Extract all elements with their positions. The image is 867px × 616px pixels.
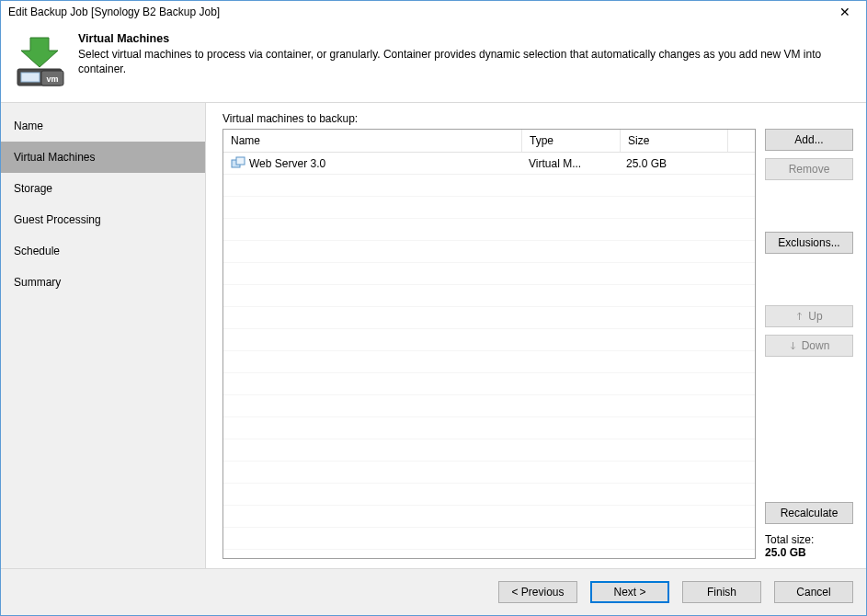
sidebar-item-name[interactable]: Name — [1, 110, 205, 142]
svg-rect-6 — [236, 157, 245, 165]
vm-row-icon — [231, 156, 245, 171]
svg-rect-2 — [21, 73, 40, 82]
svg-marker-0 — [21, 38, 58, 67]
up-button[interactable]: 🡑Up — [765, 305, 853, 327]
down-button-label: Down — [802, 339, 830, 352]
table-header: Name Type Size — [223, 130, 755, 153]
vm-table[interactable]: Name Type Size — [222, 129, 756, 559]
banner: vm Virtual Machines Select virtual machi… — [1, 23, 866, 103]
content-row: Name Type Size — [222, 129, 853, 559]
footer: < Previous Next > Finish Cancel — [1, 569, 866, 615]
total-size-value: 25.0 GB — [765, 546, 853, 559]
previous-button[interactable]: < Previous — [498, 581, 577, 603]
virtual-machines-icon: vm — [12, 34, 67, 89]
total-size-block: Total size: 25.0 GB — [765, 533, 853, 559]
total-size-label: Total size: — [765, 533, 853, 546]
recalculate-button[interactable]: Recalculate — [765, 502, 853, 524]
dialog-window: Edit Backup Job [Synology B2 Backup Job]… — [0, 0, 867, 616]
arrow-up-icon: 🡑 — [795, 312, 804, 322]
banner-subheading: Select virtual machines to process via c… — [78, 47, 855, 76]
finish-button[interactable]: Finish — [682, 581, 761, 603]
column-header-type[interactable]: Type — [522, 130, 621, 152]
cell-name: Web Server 3.0 — [223, 156, 521, 171]
cell-name-text: Web Server 3.0 — [249, 157, 325, 170]
column-header-size[interactable]: Size — [621, 130, 728, 152]
sidebar-item-summary[interactable]: Summary — [1, 267, 205, 298]
remove-button[interactable]: Remove — [765, 158, 853, 180]
banner-heading: Virtual Machines — [78, 32, 855, 45]
sidebar-item-virtual-machines[interactable]: Virtual Machines — [1, 142, 205, 173]
down-button[interactable]: 🡓Down — [765, 335, 853, 357]
main-panel: Virtual machines to backup: Name Type Si… — [206, 103, 866, 568]
column-header-name[interactable]: Name — [223, 130, 522, 152]
arrow-down-icon: 🡓 — [789, 341, 798, 351]
sidebar-item-guest-processing[interactable]: Guest Processing — [1, 204, 205, 235]
table-background — [223, 153, 755, 558]
body: Name Virtual Machines Storage Guest Proc… — [1, 103, 866, 569]
side-button-column: Add... Remove Exclusions... 🡑Up 🡓Down Re… — [765, 129, 853, 559]
sidebar-item-schedule[interactable]: Schedule — [1, 235, 205, 267]
column-header-spacer — [728, 130, 755, 152]
exclusions-button[interactable]: Exclusions... — [765, 232, 853, 254]
banner-text-wrap: Virtual Machines Select virtual machines… — [78, 32, 855, 76]
up-button-label: Up — [808, 310, 822, 323]
window-title: Edit Backup Job [Synology B2 Backup Job] — [8, 6, 220, 18]
add-button[interactable]: Add... — [765, 129, 853, 151]
sidebar-item-storage[interactable]: Storage — [1, 173, 205, 204]
wizard-sidebar: Name Virtual Machines Storage Guest Proc… — [1, 103, 206, 568]
cell-size: 25.0 GB — [619, 157, 725, 170]
next-button[interactable]: Next > — [590, 581, 669, 603]
table-body: Web Server 3.0 Virtual M... 25.0 GB — [223, 153, 755, 558]
close-icon[interactable]: ✕ — [829, 3, 861, 21]
list-label: Virtual machines to backup: — [222, 112, 853, 125]
cell-type: Virtual M... — [521, 157, 619, 170]
table-row[interactable]: Web Server 3.0 Virtual M... 25.0 GB — [223, 153, 755, 175]
cancel-button[interactable]: Cancel — [774, 581, 853, 603]
titlebar: Edit Backup Job [Synology B2 Backup Job]… — [1, 1, 866, 23]
svg-text:vm: vm — [46, 74, 58, 84]
